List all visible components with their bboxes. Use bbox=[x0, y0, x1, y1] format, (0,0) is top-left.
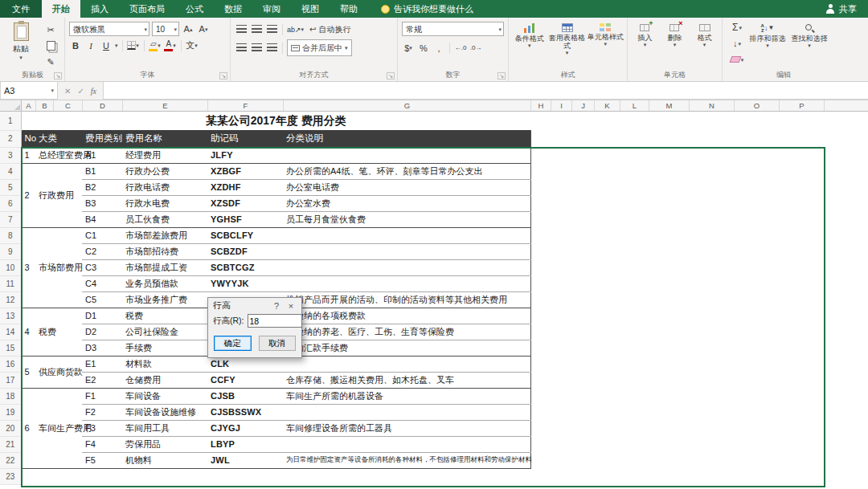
cell[interactable]: LBYP bbox=[207, 436, 283, 452]
tab-formulas[interactable]: 公式 bbox=[175, 0, 214, 18]
align-left-button[interactable] bbox=[235, 41, 248, 55]
cell[interactable] bbox=[283, 356, 530, 372]
comma-style-button[interactable]: , bbox=[432, 41, 445, 55]
tab-page-layout[interactable]: 页面布局 bbox=[119, 0, 175, 18]
cell[interactable] bbox=[530, 179, 824, 195]
cell[interactable]: F3 bbox=[82, 420, 122, 436]
cell[interactable]: 市场部差旅费用 bbox=[122, 227, 207, 243]
tab-data[interactable]: 数据 bbox=[214, 0, 252, 18]
wrap-text-button[interactable]: ↩ 自动换行 bbox=[306, 22, 354, 37]
insert-function-icon[interactable]: fx bbox=[91, 87, 96, 96]
row-header-22[interactable]: 22 bbox=[0, 452, 21, 468]
cell[interactable]: F2 bbox=[82, 404, 122, 420]
row-header-2[interactable]: 2 bbox=[0, 130, 21, 147]
accounting-format-button[interactable]: $▾ bbox=[402, 41, 415, 55]
sort-filter-button[interactable]: AZ↓▼ 排序和筛选 ▾ bbox=[747, 19, 788, 66]
tab-help[interactable]: 帮助 bbox=[330, 0, 368, 18]
cell[interactable] bbox=[283, 227, 530, 243]
find-select-button[interactable]: 查找和选择 ▾ bbox=[788, 19, 830, 66]
tab-insert[interactable]: 插入 bbox=[80, 0, 119, 18]
increase-font-size-button[interactable]: A▴ bbox=[182, 22, 194, 36]
column-header-E[interactable]: E bbox=[123, 100, 208, 111]
cell[interactable]: E2 bbox=[82, 372, 122, 388]
cell[interactable]: 仓储费用 bbox=[122, 372, 207, 388]
cell[interactable] bbox=[530, 227, 824, 243]
cell[interactable] bbox=[283, 147, 530, 163]
conditional-formatting-button[interactable]: 条件格式 ▾ bbox=[511, 19, 548, 55]
cell[interactable]: 行政办公费 bbox=[122, 163, 207, 179]
cell[interactable]: 行政电话费 bbox=[122, 179, 207, 195]
cell[interactable]: C5 bbox=[82, 291, 122, 308]
orientation-button[interactable]: ab↗▾ bbox=[287, 22, 304, 36]
row-header-1[interactable]: 1 bbox=[0, 112, 21, 130]
tab-view[interactable]: 视图 bbox=[291, 0, 330, 18]
cell-styles-button[interactable]: 单元格样式 ▾ bbox=[586, 19, 624, 55]
cell[interactable]: 4 bbox=[21, 308, 35, 356]
copy-button[interactable] bbox=[41, 39, 60, 52]
row-header-3[interactable]: 3 bbox=[0, 147, 21, 163]
column-header-D[interactable]: D bbox=[83, 100, 123, 111]
cell[interactable]: 司缴纳的各项税费款 bbox=[283, 308, 530, 324]
cell[interactable] bbox=[530, 452, 824, 468]
percent-style-button[interactable]: % bbox=[417, 41, 430, 55]
row-header-11[interactable]: 11 bbox=[0, 275, 21, 291]
cell[interactable]: 供应商货款 bbox=[35, 356, 82, 388]
align-top-button[interactable] bbox=[235, 22, 248, 36]
cell[interactable]: 司缴纳的养老、医疗、工伤、生育等保险费 bbox=[283, 324, 530, 340]
dialog-title-bar[interactable]: 行高 ? × bbox=[208, 298, 301, 313]
cell[interactable] bbox=[530, 340, 824, 356]
cell[interactable]: SCBCLFY bbox=[207, 227, 283, 243]
cell[interactable] bbox=[530, 308, 824, 324]
paste-button[interactable]: 粘贴 ▾ bbox=[3, 19, 39, 68]
align-right-button[interactable] bbox=[265, 41, 278, 55]
cell[interactable] bbox=[530, 356, 824, 372]
cell[interactable]: 办公所需的A4纸、笔、环评、刻章等日常办公支出 bbox=[283, 163, 530, 179]
cell[interactable]: 办公室电话费 bbox=[283, 179, 530, 195]
cell[interactable]: 机物料 bbox=[122, 452, 207, 468]
enter-entry-icon[interactable]: ✓ bbox=[77, 87, 84, 96]
cell[interactable]: 市场部费用 bbox=[35, 227, 82, 308]
cell[interactable]: XZSDF bbox=[207, 195, 283, 211]
align-middle-button[interactable] bbox=[250, 22, 263, 36]
cell[interactable]: 助记码 bbox=[207, 130, 283, 147]
cell[interactable]: CCFY bbox=[207, 372, 283, 388]
cell[interactable]: 材料款 bbox=[122, 356, 207, 372]
cell[interactable]: 仓库存储、搬运相关费用、如木托盘、叉车 bbox=[283, 372, 530, 388]
bold-button[interactable]: B bbox=[69, 39, 82, 52]
fill-button[interactable]: ↓▾ bbox=[727, 37, 747, 50]
row-header-17[interactable]: 17 bbox=[0, 372, 21, 388]
row-header-15[interactable]: 15 bbox=[0, 340, 21, 356]
cell[interactable]: 市场部招待费 bbox=[122, 243, 207, 259]
italic-button[interactable]: I bbox=[84, 39, 97, 52]
cut-button[interactable]: ✂ bbox=[41, 23, 60, 36]
row-header-12[interactable]: 12 bbox=[0, 291, 21, 308]
tab-review[interactable]: 审阅 bbox=[252, 0, 291, 18]
cell[interactable]: 行政水电费 bbox=[122, 195, 207, 211]
cell[interactable]: CJSB bbox=[207, 388, 283, 404]
cell[interactable] bbox=[530, 163, 824, 179]
cell[interactable] bbox=[530, 275, 824, 291]
clear-button[interactable]: ▾ bbox=[727, 53, 747, 66]
cell[interactable]: D2 bbox=[82, 324, 122, 340]
column-header-L[interactable]: L bbox=[620, 100, 649, 111]
decrease-decimal-button[interactable]: .0→ bbox=[469, 41, 482, 55]
dialog-help-button[interactable]: ? bbox=[271, 301, 282, 311]
cell[interactable]: 经理费用 bbox=[122, 147, 207, 163]
cell[interactable] bbox=[530, 372, 824, 388]
sheet-title-cell[interactable]: 某某公司2017年度 费用分类 bbox=[21, 112, 530, 130]
column-header-A[interactable]: A bbox=[22, 100, 36, 111]
column-header-O[interactable]: O bbox=[735, 100, 780, 111]
alignment-dialog-launcher-icon[interactable]: ↘ bbox=[387, 72, 395, 79]
cell[interactable]: E1 bbox=[82, 356, 122, 372]
cell[interactable] bbox=[530, 147, 824, 163]
cell[interactable]: JLFY bbox=[207, 147, 283, 163]
name-box[interactable]: A3 ▾ bbox=[0, 82, 58, 100]
row-header-19[interactable]: 19 bbox=[0, 404, 21, 420]
cell[interactable]: CJSBSSWX bbox=[207, 404, 283, 420]
column-header-I[interactable]: I bbox=[551, 100, 572, 111]
cell[interactable] bbox=[283, 259, 530, 275]
cell[interactable]: 车间用工具 bbox=[122, 420, 207, 436]
column-header-B[interactable]: B bbox=[36, 100, 54, 111]
cell[interactable]: 员工伙食费 bbox=[122, 211, 207, 227]
cell[interactable]: 车间修理设备所需的工器具 bbox=[283, 420, 530, 436]
